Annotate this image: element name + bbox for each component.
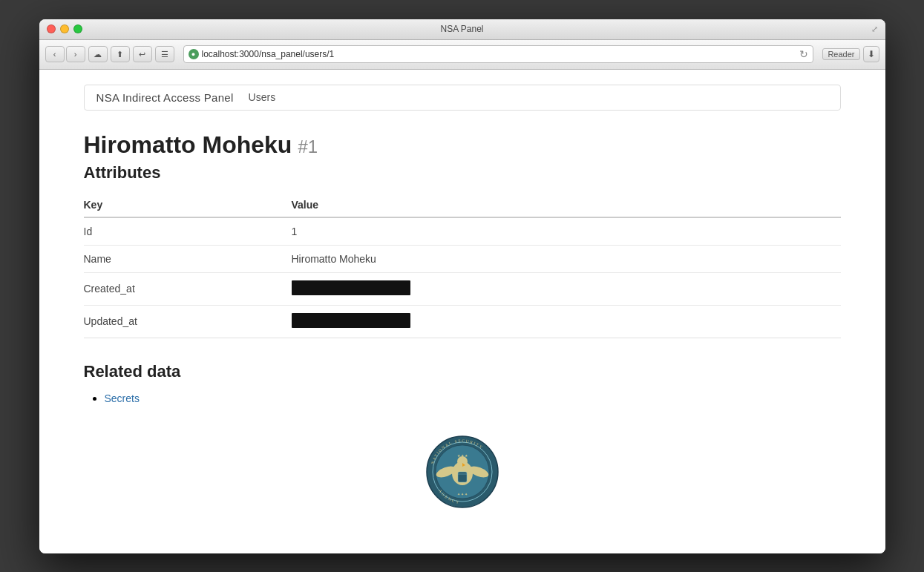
attr-key-id: Id — [84, 217, 292, 246]
secrets-link[interactable]: Secrets — [105, 392, 140, 404]
forward-button[interactable]: › — [66, 46, 85, 62]
toolbar: ‹ › ☁ ⬆ ↩ ☰ ● ↻ Reader ⬇ — [39, 40, 885, 70]
attr-value-created — [292, 272, 841, 305]
reading-list-button[interactable]: ☰ — [155, 46, 174, 62]
maximize-button[interactable] — [73, 24, 82, 33]
list-item: Secrets — [105, 392, 841, 405]
page-content: NSA Indirect Access Panel Users Hiromatt… — [39, 70, 885, 553]
browser-window: NSA Panel ⤢ ‹ › ☁ ⬆ ↩ ☰ ● ↻ Reader ⬇ NSA… — [39, 19, 885, 553]
attr-value-name: Hiromatto Moheku — [292, 245, 841, 272]
table-row: Id 1 — [84, 217, 841, 246]
expand-icon[interactable]: ⤢ — [871, 24, 878, 34]
user-id-badge: #1 — [298, 137, 318, 157]
related-list: Secrets — [84, 392, 841, 405]
secure-icon: ● — [189, 49, 199, 59]
redacted-bar-updated — [292, 313, 410, 328]
related-heading: Related data — [84, 362, 841, 381]
table-row: Updated_at — [84, 305, 841, 338]
nav-brand: NSA Indirect Access Panel — [96, 91, 234, 104]
minimize-button[interactable] — [60, 24, 69, 33]
col-value-header: Value — [292, 193, 841, 217]
share-button[interactable]: ⬆ — [111, 46, 130, 62]
history-button[interactable]: ↩ — [133, 46, 152, 62]
window-title: NSA Panel — [440, 24, 483, 34]
svg-text:✦ ✦ ✦: ✦ ✦ ✦ — [456, 492, 468, 496]
nav-link-users[interactable]: Users — [249, 91, 276, 103]
window-buttons — [47, 24, 82, 33]
svg-rect-8 — [458, 472, 467, 482]
attributes-heading: Attributes — [84, 163, 841, 183]
col-key-header: Key — [84, 193, 292, 217]
redacted-bar-created — [292, 280, 410, 295]
attr-key-updated: Updated_at — [84, 305, 292, 338]
back-button[interactable]: ‹ — [45, 46, 65, 62]
download-button[interactable]: ⬇ — [863, 46, 879, 62]
attributes-table: Key Value Id 1 Name Hiromatto Moheku Cre… — [84, 193, 841, 338]
address-bar-input[interactable] — [202, 49, 797, 59]
nsa-seal: ★ ★ ★ NATIONAL SECURITY AGENCY ✦ ✦ ✦ — [425, 435, 499, 509]
seal-container: ★ ★ ★ NATIONAL SECURITY AGENCY ✦ ✦ ✦ — [84, 435, 841, 524]
attr-value-id: 1 — [292, 217, 841, 246]
table-row: Created_at — [84, 272, 841, 305]
user-name: Hiromatto Moheku — [84, 131, 292, 158]
reload-button[interactable]: ↻ — [799, 48, 808, 60]
attr-key-name: Name — [84, 245, 292, 272]
svg-text:★ ★ ★: ★ ★ ★ — [456, 453, 468, 458]
close-button[interactable] — [47, 24, 56, 33]
address-bar-container: ● ↻ — [183, 45, 814, 63]
page-title: Hiromatto Moheku#1 — [84, 131, 841, 159]
title-bar: NSA Panel ⤢ — [39, 19, 885, 40]
nav-bar: NSA Indirect Access Panel Users — [84, 85, 841, 111]
attr-key-created: Created_at — [84, 272, 292, 305]
nav-group: ‹ › — [45, 46, 85, 62]
table-row: Name Hiromatto Moheku — [84, 245, 841, 272]
reader-button[interactable]: Reader — [822, 48, 859, 60]
attr-value-updated — [292, 305, 841, 338]
cloud-button[interactable]: ☁ — [88, 46, 108, 62]
